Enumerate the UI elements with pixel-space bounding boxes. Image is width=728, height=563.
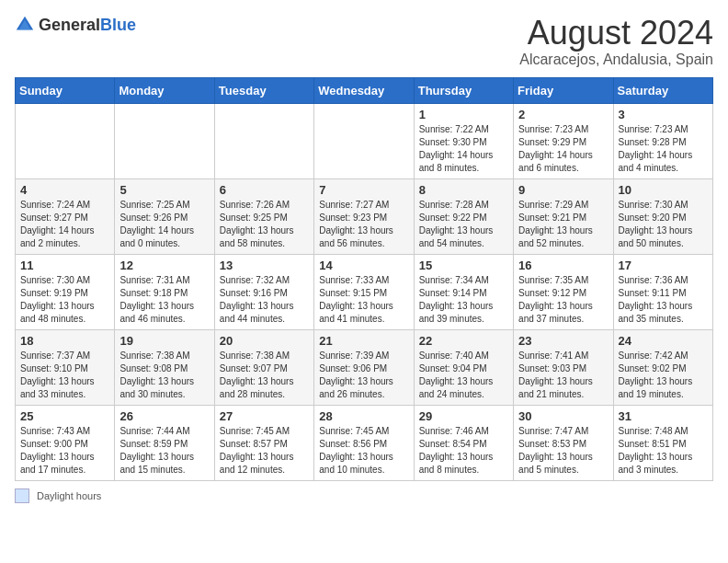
day-number: 21 [319,334,408,348]
day-info: Sunrise: 7:33 AM Sunset: 9:15 PM Dayligh… [319,275,393,324]
day-number: 7 [319,183,408,197]
day-number: 15 [419,259,508,272]
calendar-cell: 29Sunrise: 7:46 AM Sunset: 8:54 PM Dayli… [414,405,513,480]
day-info: Sunrise: 7:38 AM Sunset: 9:08 PM Dayligh… [119,350,194,399]
day-info: Sunrise: 7:46 AM Sunset: 8:54 PM Dayligh… [419,426,494,475]
day-number: 31 [619,409,708,423]
calendar: SundayMondayTuesdayWednesdayThursdayFrid… [15,77,713,481]
day-info: Sunrise: 7:22 AM Sunset: 9:30 PM Dayligh… [419,124,494,173]
day-number: 14 [319,259,408,272]
calendar-cell: 23Sunrise: 7:41 AM Sunset: 9:03 PM Dayli… [514,329,613,405]
calendar-cell: 24Sunrise: 7:42 AM Sunset: 9:02 PM Dayli… [613,329,712,405]
day-number: 18 [20,334,109,348]
calendar-week-row: 1Sunrise: 7:22 AM Sunset: 9:30 PM Daylig… [16,103,713,178]
calendar-cell: 16Sunrise: 7:35 AM Sunset: 9:12 PM Dayli… [514,254,613,329]
day-info: Sunrise: 7:45 AM Sunset: 8:57 PM Dayligh… [220,426,294,475]
day-info: Sunrise: 7:45 AM Sunset: 8:56 PM Dayligh… [319,426,393,475]
day-info: Sunrise: 7:38 AM Sunset: 9:07 PM Dayligh… [220,350,294,399]
calendar-cell: 2Sunrise: 7:23 AM Sunset: 9:29 PM Daylig… [514,103,613,178]
logo: GeneralBlue [15,15,136,35]
day-number: 10 [619,183,708,197]
day-info: Sunrise: 7:25 AM Sunset: 9:26 PM Dayligh… [119,200,194,248]
day-info: Sunrise: 7:30 AM Sunset: 9:20 PM Dayligh… [619,200,693,248]
day-number: 22 [419,334,508,348]
calendar-cell: 11Sunrise: 7:30 AM Sunset: 9:19 PM Dayli… [16,254,115,329]
calendar-cell: 6Sunrise: 7:26 AM Sunset: 9:25 PM Daylig… [214,178,313,254]
calendar-cell [314,103,414,178]
day-info: Sunrise: 7:47 AM Sunset: 8:53 PM Dayligh… [518,426,593,475]
calendar-cell: 17Sunrise: 7:36 AM Sunset: 9:11 PM Dayli… [613,254,712,329]
day-number: 8 [419,183,508,197]
header: GeneralBlue August 2024 Alcaracejos, And… [15,15,713,68]
day-number: 25 [20,409,109,423]
day-number: 2 [518,108,608,121]
calendar-cell: 15Sunrise: 7:34 AM Sunset: 9:14 PM Dayli… [414,254,513,329]
logo-text: GeneralBlue [39,16,136,35]
day-info: Sunrise: 7:36 AM Sunset: 9:11 PM Dayligh… [619,275,693,324]
day-number: 6 [220,183,309,197]
subtitle: Alcaracejos, Andalusia, Spain [519,52,713,68]
calendar-cell: 12Sunrise: 7:31 AM Sunset: 9:18 PM Dayli… [115,254,214,329]
calendar-cell: 25Sunrise: 7:43 AM Sunset: 9:00 PM Dayli… [16,405,115,480]
title-area: August 2024 Alcaracejos, Andalusia, Spai… [519,15,713,68]
day-number: 17 [619,259,708,272]
day-number: 11 [20,259,109,272]
calendar-cell: 10Sunrise: 7:30 AM Sunset: 9:20 PM Dayli… [613,178,712,254]
calendar-cell: 21Sunrise: 7:39 AM Sunset: 9:06 PM Dayli… [314,329,414,405]
calendar-cell: 18Sunrise: 7:37 AM Sunset: 9:10 PM Dayli… [16,329,115,405]
weekday-header: Tuesday [214,77,313,103]
calendar-cell [16,103,115,178]
day-info: Sunrise: 7:44 AM Sunset: 8:59 PM Dayligh… [119,426,194,475]
day-number: 1 [419,108,508,121]
calendar-week-row: 18Sunrise: 7:37 AM Sunset: 9:10 PM Dayli… [16,329,713,405]
calendar-week-row: 25Sunrise: 7:43 AM Sunset: 9:00 PM Dayli… [16,405,713,480]
calendar-cell: 5Sunrise: 7:25 AM Sunset: 9:26 PM Daylig… [115,178,214,254]
calendar-cell: 7Sunrise: 7:27 AM Sunset: 9:23 PM Daylig… [314,178,414,254]
day-info: Sunrise: 7:32 AM Sunset: 9:16 PM Dayligh… [220,275,294,324]
day-info: Sunrise: 7:42 AM Sunset: 9:02 PM Dayligh… [619,350,693,399]
calendar-cell [115,103,214,178]
day-info: Sunrise: 7:41 AM Sunset: 9:03 PM Dayligh… [518,350,593,399]
weekday-header: Thursday [414,77,513,103]
calendar-cell: 20Sunrise: 7:38 AM Sunset: 9:07 PM Dayli… [214,329,313,405]
calendar-cell: 14Sunrise: 7:33 AM Sunset: 9:15 PM Dayli… [314,254,414,329]
day-number: 9 [518,183,608,197]
weekday-header: Wednesday [314,77,414,103]
calendar-cell: 8Sunrise: 7:28 AM Sunset: 9:22 PM Daylig… [414,178,513,254]
calendar-cell: 1Sunrise: 7:22 AM Sunset: 9:30 PM Daylig… [414,103,513,178]
weekday-header: Monday [115,77,214,103]
day-info: Sunrise: 7:29 AM Sunset: 9:21 PM Dayligh… [518,200,593,248]
calendar-week-row: 11Sunrise: 7:30 AM Sunset: 9:19 PM Dayli… [16,254,713,329]
day-number: 5 [119,183,209,197]
day-info: Sunrise: 7:48 AM Sunset: 8:51 PM Dayligh… [619,426,693,475]
logo-icon [15,15,35,35]
day-number: 23 [518,334,608,348]
calendar-cell: 31Sunrise: 7:48 AM Sunset: 8:51 PM Dayli… [613,405,712,480]
calendar-cell [214,103,313,178]
calendar-cell: 30Sunrise: 7:47 AM Sunset: 8:53 PM Dayli… [514,405,613,480]
day-number: 12 [119,259,209,272]
day-info: Sunrise: 7:23 AM Sunset: 9:29 PM Dayligh… [518,124,593,173]
day-info: Sunrise: 7:27 AM Sunset: 9:23 PM Dayligh… [319,200,393,248]
day-info: Sunrise: 7:35 AM Sunset: 9:12 PM Dayligh… [518,275,593,324]
calendar-cell: 26Sunrise: 7:44 AM Sunset: 8:59 PM Dayli… [115,405,214,480]
calendar-cell: 9Sunrise: 7:29 AM Sunset: 9:21 PM Daylig… [514,178,613,254]
calendar-cell: 28Sunrise: 7:45 AM Sunset: 8:56 PM Dayli… [314,405,414,480]
legend-label: Daylight hours [37,490,101,501]
day-info: Sunrise: 7:24 AM Sunset: 9:27 PM Dayligh… [20,200,95,248]
calendar-cell: 19Sunrise: 7:38 AM Sunset: 9:08 PM Dayli… [115,329,214,405]
day-number: 13 [220,259,309,272]
calendar-cell: 13Sunrise: 7:32 AM Sunset: 9:16 PM Dayli… [214,254,313,329]
day-info: Sunrise: 7:26 AM Sunset: 9:25 PM Dayligh… [220,200,294,248]
weekday-header: Saturday [613,77,712,103]
day-number: 26 [119,409,209,423]
calendar-cell: 27Sunrise: 7:45 AM Sunset: 8:57 PM Dayli… [214,405,313,480]
calendar-cell: 4Sunrise: 7:24 AM Sunset: 9:27 PM Daylig… [16,178,115,254]
day-info: Sunrise: 7:23 AM Sunset: 9:28 PM Dayligh… [619,124,693,173]
day-info: Sunrise: 7:39 AM Sunset: 9:06 PM Dayligh… [319,350,393,399]
day-info: Sunrise: 7:43 AM Sunset: 9:00 PM Dayligh… [20,426,95,475]
legend-box [15,488,29,503]
day-info: Sunrise: 7:28 AM Sunset: 9:22 PM Dayligh… [419,200,494,248]
day-info: Sunrise: 7:30 AM Sunset: 9:19 PM Dayligh… [20,275,95,324]
day-info: Sunrise: 7:37 AM Sunset: 9:10 PM Dayligh… [20,350,95,399]
